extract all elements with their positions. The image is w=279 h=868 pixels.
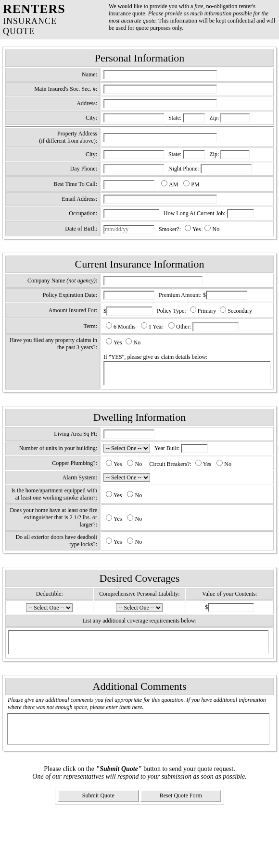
header: RENTERS INSURANCE QUOTE We would like to… xyxy=(0,0,279,39)
pm-radio[interactable] xyxy=(183,180,190,186)
label-smoke: Is the home/apartment equipped with at l… xyxy=(5,485,100,504)
state-input[interactable] xyxy=(183,113,205,122)
cpl-select[interactable]: -- Select One -- xyxy=(116,603,163,612)
label-company: Company Name (not agency): xyxy=(5,274,100,288)
term-6m-radio[interactable] xyxy=(106,322,112,329)
personal-info-section: Personal Information Name: Main Insured'… xyxy=(3,47,276,239)
term-other-input[interactable] xyxy=(192,322,239,331)
intro-text: We would like to provide you with a free… xyxy=(109,2,276,37)
term-other-radio[interactable] xyxy=(168,322,175,329)
howlong-input[interactable] xyxy=(227,209,254,218)
amount-input[interactable] xyxy=(106,306,152,316)
ssn-input[interactable] xyxy=(103,85,217,94)
ext-yes-radio[interactable] xyxy=(106,514,112,521)
city2-input[interactable] xyxy=(103,150,164,159)
name-input[interactable] xyxy=(103,70,217,79)
label-amount-insured: Amount Insured For: xyxy=(5,303,100,318)
label-term: Term: xyxy=(5,318,100,334)
label-sqft: Living Area Sq Ft: xyxy=(5,427,100,441)
label-claims: Have you filed any property claims in th… xyxy=(5,334,100,390)
claims-yes-radio[interactable] xyxy=(106,338,112,344)
label-copper: Copper Plumbing?: xyxy=(5,456,100,470)
label-city: City: xyxy=(5,111,100,125)
breakers-no-radio[interactable] xyxy=(216,460,223,466)
state2-input[interactable] xyxy=(183,150,205,159)
label-cpl: Comprehensive Personal Liability: xyxy=(94,588,185,600)
submit-button[interactable]: Submit Quote xyxy=(58,790,139,802)
label-deadbolt: Do all exterior doors have deadbolt type… xyxy=(5,531,100,550)
secondary-radio[interactable] xyxy=(220,306,226,313)
copper-yes-radio[interactable] xyxy=(106,460,112,466)
submit-instructions: Please click on the "Submit Quote" butto… xyxy=(5,765,274,781)
label-ssn: Main Insured's Soc. Sec. #: xyxy=(5,82,100,96)
reset-button[interactable]: Reset Quote Form xyxy=(140,790,222,802)
zip-input[interactable] xyxy=(220,113,250,122)
label-additional-coverage: List any additional coverage requirement… xyxy=(5,615,274,627)
units-select[interactable]: -- Select One -- xyxy=(103,444,150,452)
coverages-section: Desired Coverages Deductible:Comprehensi… xyxy=(3,567,276,661)
claims-no-radio[interactable] xyxy=(126,338,132,344)
label-dob: Date of Birth: xyxy=(5,221,100,236)
term-1y-radio[interactable] xyxy=(141,322,147,329)
occupation-input[interactable] xyxy=(103,209,159,218)
premium-input[interactable] xyxy=(206,291,247,300)
claims-details-textarea[interactable] xyxy=(103,361,270,385)
section-title: Desired Coverages xyxy=(5,570,274,587)
smoke-no-radio[interactable] xyxy=(127,491,133,497)
city-input[interactable] xyxy=(103,113,164,122)
label-units: Number of units in your building: xyxy=(5,441,100,455)
label-alarm: Alarm System: xyxy=(5,471,100,484)
title-quote: QUOTE xyxy=(3,26,109,37)
deductible-select[interactable]: -- Select One -- xyxy=(26,603,73,612)
section-title: Additional Comments xyxy=(5,678,274,695)
year-built-input[interactable] xyxy=(181,444,208,453)
label-city2: City: xyxy=(5,147,100,161)
alarm-select[interactable]: -- Select One -- xyxy=(103,473,150,482)
dwelling-section: Dwelling Information Living Area Sq Ft: … xyxy=(3,406,276,553)
label-day-phone: Day Phone: xyxy=(5,162,100,176)
current-insurance-section: Current Insurance Information Company Na… xyxy=(3,253,276,392)
primary-radio[interactable] xyxy=(190,306,196,313)
smoker-no-radio[interactable] xyxy=(204,225,211,231)
claims-ifyes-text: If "YES", please give us claim details b… xyxy=(103,354,207,360)
ext-no-radio[interactable] xyxy=(127,514,133,521)
expiration-input[interactable] xyxy=(103,291,154,300)
zip2-input[interactable] xyxy=(220,150,250,159)
dead-yes-radio[interactable] xyxy=(106,538,112,544)
dob-input[interactable] xyxy=(103,225,154,234)
section-title: Current Insurance Information xyxy=(5,256,274,273)
title-insurance: INSURANCE xyxy=(3,16,109,26)
comments-section: Additional Comments Please give any addi… xyxy=(3,675,276,751)
sqft-input[interactable] xyxy=(103,429,154,439)
additional-coverage-textarea[interactable] xyxy=(8,630,268,654)
label-extinguisher: Does your home have at least one fire ex… xyxy=(5,504,100,531)
title-renters: RENTERS xyxy=(3,2,109,16)
label-deductible: Deductible: xyxy=(5,588,93,600)
smoke-yes-radio[interactable] xyxy=(106,491,112,497)
label-best-time: Best Time To Call: xyxy=(5,176,100,192)
breakers-yes-radio[interactable] xyxy=(195,460,202,466)
dead-no-radio[interactable] xyxy=(127,538,133,544)
comments-textarea[interactable] xyxy=(7,713,269,745)
section-title: Personal Information xyxy=(5,49,274,67)
company-input[interactable] xyxy=(103,276,203,285)
section-title: Dwelling Information xyxy=(5,409,274,426)
comments-note: Please give any additional comments you … xyxy=(5,696,274,712)
day-phone-input[interactable] xyxy=(103,164,164,173)
label-property-address: Property Address(if different from above… xyxy=(5,128,100,147)
am-radio[interactable] xyxy=(161,180,167,186)
night-phone-input[interactable] xyxy=(201,164,252,173)
smoker-yes-radio[interactable] xyxy=(185,225,191,231)
label-expiration: Policy Expiration Date: xyxy=(5,288,100,302)
contents-value-input[interactable] xyxy=(208,603,254,612)
address-input[interactable] xyxy=(103,99,217,108)
property-address-input[interactable] xyxy=(103,133,217,142)
label-occupation: Occupation: xyxy=(5,207,100,220)
best-time-input[interactable] xyxy=(103,180,154,189)
label-address: Address: xyxy=(5,97,100,110)
label-name: Name: xyxy=(5,68,100,82)
label-email: Email Address: xyxy=(5,192,100,206)
copper-no-radio[interactable] xyxy=(127,460,133,466)
email-input[interactable] xyxy=(103,195,217,204)
label-voc: Value of your Contents: xyxy=(186,588,274,600)
